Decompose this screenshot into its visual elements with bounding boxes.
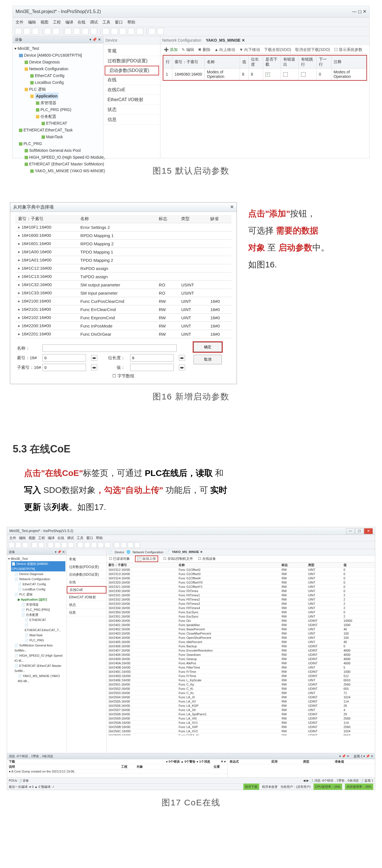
table-row[interactable]: 16#2402:16#00Func IbasePercentRWUINT40 (107, 627, 375, 631)
toolbar-icon[interactable] (134, 542, 140, 548)
read-objects-check[interactable]: ☐ 已读读对象 (109, 556, 130, 561)
table-row[interactable]: 16#250C:16#00Func LA_XV2RWUDINT1024 (107, 729, 375, 733)
offline-file-check[interactable]: ☐ 非0以控制机文件 (163, 556, 193, 561)
tree-node[interactable]: 📄 LocalBus Config (8, 587, 65, 592)
menu-item[interactable]: 在线 (58, 536, 64, 540)
side-tab[interactable]: 状态 (67, 601, 106, 609)
toolbar-icon[interactable] (48, 542, 54, 548)
value-input[interactable] (130, 364, 174, 371)
table-row[interactable]: 16#240C:16#00Func FrTimeRWUDINT1000 (107, 670, 375, 674)
toolbar-icon[interactable] (82, 28, 89, 35)
toolbar-icon[interactable] (121, 542, 127, 548)
toolbar-icon[interactable] (128, 28, 135, 35)
tree-node[interactable]: 📄 PLC_PRG [PRG] (8, 607, 65, 612)
menu-item[interactable]: 调试 (67, 536, 74, 540)
menu-bar[interactable]: 文件编辑视图工程编译在线调试工具窗口帮助 (7, 535, 375, 541)
tab-yako[interactable]: YAKO_MS_MINI3E ✕ (206, 38, 245, 42)
side-tab[interactable]: 信息 (67, 609, 106, 616)
cancel-button[interactable]: 取消 (194, 355, 222, 364)
menu-debug[interactable]: 调试 (90, 20, 98, 24)
side-tab[interactable]: 在线 (67, 579, 106, 586)
toolbar-icon[interactable] (148, 28, 155, 35)
toolbar-icon[interactable] (9, 542, 14, 548)
tree-node[interactable]: 📄 PLC 逻辑 (8, 592, 65, 597)
toolbar-icon[interactable] (91, 542, 97, 548)
table-row[interactable]: 16#2503:16#00Func C_KcRWUINT71 (107, 691, 375, 695)
menu-item[interactable]: 工具 (77, 536, 83, 540)
toolbar-icon[interactable] (136, 28, 143, 35)
close-icon[interactable]: ✕ (230, 203, 234, 212)
table-row[interactable]: 16#240A:16#00Func AtkPosRWUDINT4000 (107, 661, 375, 665)
tree-node[interactable]: ▶ Application [运行] (8, 597, 65, 602)
tree-node[interactable]: PLC 逻辑 (14, 86, 102, 93)
table-row[interactable]: 16#2407:16#00Func EncoderResolutionRWUDI… (107, 648, 375, 652)
edit-button[interactable]: ✎ 编辑 (182, 45, 194, 54)
add-button[interactable]: ➕ 添加 (164, 45, 178, 54)
table-row[interactable]: 16#2200:16#00Func InPosModeRWUINT16#0 (15, 322, 232, 330)
table-row[interactable]: 16#2201:16#00Func DivOrGearRWUINT16#0 (15, 330, 232, 338)
toolbar-icon[interactable] (114, 542, 120, 548)
table-row[interactable]: 16#2333:16#00Func FltTimes3RWUINT2 (107, 601, 375, 606)
tree-node[interactable]: 任务配置 (14, 113, 102, 120)
tree-node[interactable]: Application (14, 93, 102, 99)
toolbar-icon[interactable] (73, 28, 80, 35)
menu-item[interactable]: 视图 (29, 536, 35, 540)
toolbar[interactable] (13, 27, 369, 36)
toolbar-icon[interactable] (84, 542, 90, 548)
menu-item[interactable]: 编辑 (19, 536, 26, 540)
menu-help[interactable]: 帮助 (127, 20, 135, 24)
toolbar-icon[interactable] (15, 542, 21, 548)
byte-array-check[interactable]: ☐ 字节数组 (17, 373, 230, 379)
table-row[interactable]: 16#2331:16#00Func FltTimes1RWUINT2 (107, 593, 375, 597)
table-row[interactable]: 16#1C12:16#00RxPDO assign (15, 264, 232, 273)
bitlength-input[interactable] (130, 354, 174, 362)
object-table[interactable]: 索引：子索引名称标志类型缺省 16#10F1:16#00Error Settin… (15, 215, 232, 338)
ok-button[interactable]: 确定 (194, 342, 222, 352)
table-row[interactable]: 16#2408:16#00Func GeardownRWUDINT4000 (107, 652, 375, 657)
tree-node[interactable]: 📄 MainTask (8, 632, 65, 638)
toolbar-icon[interactable] (98, 542, 104, 548)
table-row[interactable]: 16#1C33:16#00SM input parameterROUSINT (15, 289, 232, 297)
bottom-tab-row[interactable]: POUs 📑 设备 ◀ ▶ 📑 消息 -0个错误，1警告，0条消息 📑 监视 1 (7, 777, 375, 783)
menu-tools[interactable]: 工具 (102, 20, 110, 24)
editor-tabs[interactable]: Device (104, 36, 160, 44)
table-row[interactable]: 16#2506:16#00Func LA_KGPRWUDINT26 (107, 704, 375, 708)
toolbar-icon[interactable] (61, 542, 67, 548)
table-row[interactable]: 16#250D:16#00Func FVSA_KiRWUDINT6553 (107, 733, 375, 736)
table-row[interactable]: 16#2406:16#00Func BackupRWUDINT0 (107, 644, 375, 648)
tree-node[interactable]: PLC_PRG (14, 140, 102, 147)
toolbar-icon[interactable] (105, 542, 110, 548)
toolbar-icon[interactable] (68, 542, 74, 548)
table-row[interactable]: 16#2314:16#00Func G1Offset4RWUINT0 (107, 576, 375, 580)
table-row[interactable]: 16#10F1:16#00Error Settings 2 (15, 223, 232, 231)
side-tab[interactable]: 常规 (67, 556, 106, 563)
auto-upload-check[interactable]: ✓自动上传 (135, 556, 158, 562)
side-tab[interactable]: 状态 (104, 105, 160, 115)
tree-node[interactable]: Device [AM600-CPU1608TP/TN] (14, 52, 102, 59)
table-row[interactable]: 16#1C13:16#00TxPDO assign (15, 273, 232, 281)
side-tab[interactable]: 启动参数(SDO设置) (67, 571, 106, 579)
name-input[interactable] (42, 344, 177, 352)
tree-node[interactable]: 📄 Device Diagnosis (8, 571, 65, 577)
menu-item[interactable]: 帮助 (96, 536, 103, 540)
toolbar-icon[interactable] (119, 28, 126, 35)
toolbar-icon[interactable] (38, 542, 44, 548)
delete-button[interactable]: ✖ 删除 (198, 45, 211, 54)
coe-table[interactable]: 索引：子索引名称标志类型值 16#2312:16#00Func G1Offset… (107, 563, 375, 736)
table-row[interactable]: 16#240E:16#00Func L_KpScaleRWUINT6553 (107, 678, 375, 682)
tree-node[interactable]: 📄 Network Configuration (8, 577, 65, 582)
table-row[interactable]: 16#2508:16#00Func LA_SpdParm1RWUDINT29 (107, 712, 375, 716)
toolbar-icon[interactable] (90, 28, 97, 35)
toolbar-icon[interactable] (24, 28, 30, 35)
tree-node[interactable]: Device Diagnosis (14, 59, 102, 65)
menu-project[interactable]: 工程 (53, 20, 61, 24)
tree-node[interactable]: 📄 Device 连接的 [AM600-CPU1608TP/TN] (8, 561, 65, 571)
editor-tabs[interactable]: 📄 Device 🌐 Network Configuration 📄 YAKO_… (107, 549, 375, 556)
table-row[interactable]: 16#1A01:16#00TPDO Mapping 2 (15, 256, 232, 264)
side-tab-list[interactable]: 常规过程数据(PDO设置)启动参数(SDO设置)在线在线CoEEtherCAT … (67, 556, 106, 616)
tree-node[interactable]: 库管理器 (14, 99, 102, 106)
table-row[interactable]: 16#2313:16#00Func G1Offset3RWUINT0 (107, 572, 375, 576)
tree-node[interactable]: YAKO_MS_MINI3E (YAKO MS-MINI3E) (14, 167, 102, 174)
device-tree[interactable]: ▾ Mini3E_TestDevice [AM600-CPU1608TP/TN]… (13, 43, 103, 176)
table-row[interactable]: 16#2102:16#00Func EepromCmdRWUINT16#0 (15, 314, 232, 322)
